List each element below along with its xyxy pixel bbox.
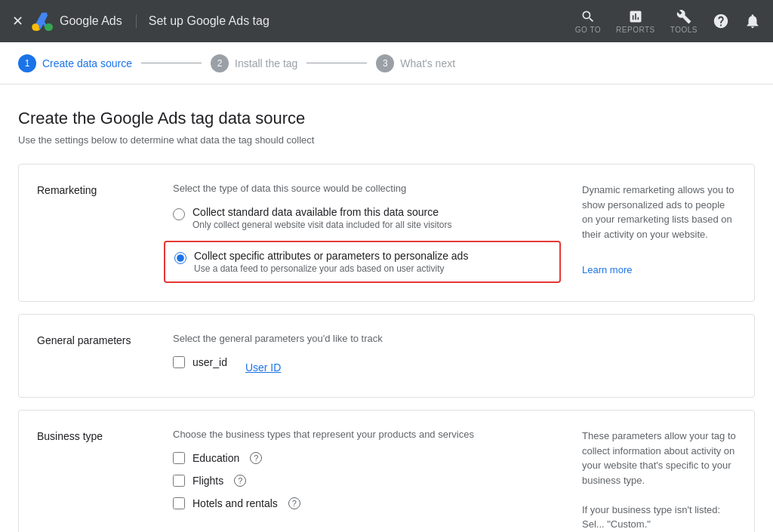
user-id-link[interactable]: User ID bbox=[245, 361, 281, 374]
bell-icon bbox=[744, 13, 761, 29]
svg-point-5 bbox=[32, 23, 39, 31]
learn-more-link[interactable]: Learn more bbox=[582, 263, 632, 278]
radio-collect-specific[interactable] bbox=[174, 252, 186, 264]
general-parameters-title: Select the general parameters you'd like… bbox=[173, 333, 570, 344]
business-type-label: Business type bbox=[37, 429, 173, 532]
step-3-circle: 3 bbox=[376, 54, 394, 72]
step-3-label: What's next bbox=[400, 57, 455, 69]
hotels-help-icon[interactable]: ? bbox=[288, 497, 300, 509]
flights-label: Flights bbox=[192, 475, 223, 487]
radio-specific-label: Collect specific attributes or parameter… bbox=[194, 250, 468, 262]
reports-label: REPORTS bbox=[616, 26, 655, 34]
radio-specific-desc: Use a data feed to personalize your ads … bbox=[194, 263, 468, 274]
business-type-title: Choose the business types that represent… bbox=[173, 429, 570, 440]
checkbox-userid: user_id bbox=[173, 356, 227, 368]
general-parameters-label: General parameters bbox=[37, 333, 173, 379]
checkbox-hotels-rentals: Hotels and rentals ? bbox=[173, 497, 570, 509]
search-icon bbox=[581, 9, 596, 24]
help-icon bbox=[713, 13, 729, 29]
checkbox-education: Education ? bbox=[173, 452, 570, 464]
business-type-section: Business type Choose the business types … bbox=[18, 410, 755, 532]
close-icon[interactable]: ✕ bbox=[12, 13, 23, 29]
general-parameters-aside bbox=[570, 333, 736, 379]
google-ads-logo-icon bbox=[31, 9, 55, 33]
goto-label: GO TO bbox=[575, 26, 601, 34]
stepper: 1 Create data source 2 Install the tag 3… bbox=[0, 42, 773, 85]
userid-label: user_id bbox=[192, 356, 227, 368]
page-subtitle: Use the settings below to determine what… bbox=[18, 134, 755, 146]
reports-icon bbox=[628, 9, 643, 24]
radio-option-specific: Collect specific attributes or parameter… bbox=[174, 250, 550, 274]
radio-collect-standard[interactable] bbox=[173, 208, 185, 220]
main-content: Create the Google Ads tag data source Us… bbox=[0, 85, 773, 532]
tools-label: TOOLS bbox=[670, 26, 698, 34]
step-1[interactable]: 1 Create data source bbox=[18, 54, 132, 72]
step-2: 2 Install the tag bbox=[211, 54, 297, 72]
hotels-rentals-label: Hotels and rentals bbox=[192, 497, 278, 509]
step-1-circle: 1 bbox=[18, 54, 36, 72]
flights-help-icon[interactable]: ? bbox=[234, 475, 246, 487]
notifications-button[interactable] bbox=[744, 13, 761, 29]
checkbox-flights-input[interactable] bbox=[173, 475, 185, 487]
step-1-label: Create data source bbox=[42, 57, 132, 69]
tools-icon bbox=[676, 9, 691, 24]
business-type-aside: These parameters allow your tag to colle… bbox=[570, 429, 736, 532]
user-id-row: user_id User ID bbox=[173, 356, 570, 379]
remarketing-label: Remarketing bbox=[37, 183, 173, 283]
step-3: 3 What's next bbox=[376, 54, 455, 72]
page-header-title: Set up Google Ads tag bbox=[136, 14, 269, 28]
help-button[interactable] bbox=[713, 13, 729, 29]
checkbox-hotels-input[interactable] bbox=[173, 497, 185, 509]
radio-standard-label: Collect standard data available from thi… bbox=[192, 206, 452, 218]
step-connector-2 bbox=[306, 63, 367, 63]
svg-point-6 bbox=[45, 23, 52, 31]
step-connector-1 bbox=[141, 63, 202, 63]
general-parameters-section: General parameters Select the general pa… bbox=[18, 314, 755, 398]
tools-button[interactable]: TOOLS bbox=[670, 9, 698, 34]
remarketing-section: Remarketing Select the type of data this… bbox=[18, 164, 755, 302]
remarketing-aside: Dynamic remarketing allows you to show p… bbox=[570, 183, 736, 283]
reports-button[interactable]: REPORTS bbox=[616, 9, 655, 34]
goto-button[interactable]: GO TO bbox=[575, 9, 601, 34]
step-2-label: Install the tag bbox=[235, 57, 297, 69]
page-title: Create the Google Ads tag data source bbox=[18, 109, 755, 128]
remarketing-body-title: Select the type of data this source woul… bbox=[173, 183, 570, 194]
checkbox-flights: Flights ? bbox=[173, 475, 570, 487]
google-ads-logo: Google Ads bbox=[31, 9, 122, 33]
top-nav: ✕ Google Ads Set up Google Ads tag bbox=[0, 0, 773, 42]
education-label: Education bbox=[192, 452, 239, 464]
checkbox-education-input[interactable] bbox=[173, 452, 185, 464]
radio-standard-desc: Only collect general website visit data … bbox=[192, 220, 452, 230]
radio-option-standard: Collect standard data available from thi… bbox=[173, 206, 570, 230]
education-help-icon[interactable]: ? bbox=[250, 452, 262, 464]
brand-name: Google Ads bbox=[60, 14, 122, 28]
step-2-circle: 2 bbox=[211, 54, 229, 72]
checkbox-userid-input[interactable] bbox=[173, 356, 185, 368]
radio-option-specific-highlighted: Collect specific attributes or parameter… bbox=[164, 241, 561, 283]
